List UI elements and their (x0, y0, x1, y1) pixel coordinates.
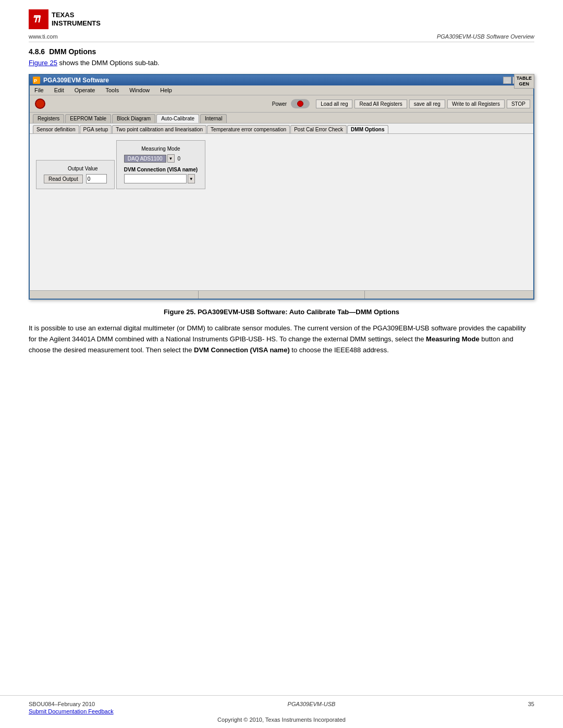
measuring-mode-dropdown[interactable]: DAQ ADS1100 ▼ (124, 154, 175, 163)
svg-text:₸I: ₸I (32, 14, 41, 24)
menubar: File Edit Operate Tools Window Help (30, 85, 533, 95)
section-title: DMM Options (49, 47, 96, 56)
measuring-mode-arrow[interactable]: ▼ (167, 154, 175, 163)
section-intro: Figure 25 shows the DMM Options sub-tab. (0, 59, 563, 67)
sw-content-area: Output Value Read Output Measuring Mode … (30, 134, 533, 290)
tab-two-point-calibration[interactable]: Two point calibration and linearisation (112, 125, 206, 133)
window-title: PGA309EVM Software (43, 77, 109, 84)
tab-eeprom-table[interactable]: EEPROM Table (65, 114, 111, 123)
save-all-reg-button[interactable]: save all reg (409, 100, 445, 108)
write-to-all-registers-button[interactable]: Write to all Registers (447, 100, 505, 108)
header-rule-area: www.ti.com PGA309EVM-USB Software Overvi… (0, 33, 563, 40)
bold-measuring-mode: Measuring Mode (426, 335, 480, 343)
header-divider (29, 42, 534, 42)
svg-text:P: P (34, 78, 37, 83)
toolbar: Power Load all reg Read All Registers sa… (30, 95, 533, 113)
measuring-mode-label: Measuring Mode (124, 146, 198, 152)
load-all-reg-button[interactable]: Load all reg (316, 100, 352, 108)
measuring-mode-extra: 0 (178, 156, 181, 162)
statusbar-section-3 (365, 291, 531, 299)
body-text: It is possible to use an external digita… (0, 323, 563, 355)
read-all-registers-button[interactable]: Read All Registers (354, 100, 407, 108)
menu-help[interactable]: Help (158, 87, 174, 94)
sub-tabbar: Sensor definition PGA setup Two point ca… (30, 124, 533, 134)
figure-25-link[interactable]: Figure 25 (29, 59, 57, 67)
statusbar (30, 290, 533, 299)
red-indicator (35, 98, 45, 109)
software-window-wrapper: P PGA309EVM Software _ □ ✕ File Edit Ope… (0, 74, 563, 300)
dvm-connection-row: ▼ (124, 174, 198, 183)
main-tabbar: Registers EEPROM Table Block Diagram Aut… (30, 113, 533, 124)
figure-caption: Figure 25. PGA309EVM-USB Software: Auto … (29, 308, 534, 316)
output-value-input[interactable] (86, 174, 107, 183)
menu-window[interactable]: Window (128, 87, 151, 94)
tab-pga-setup[interactable]: PGA setup (80, 125, 112, 133)
output-value-label: Output Value (44, 166, 107, 171)
page-header: ₸I Texas Instruments (0, 0, 563, 33)
menu-operate[interactable]: Operate (73, 87, 97, 94)
tab-sensor-definition[interactable]: Sensor definition (33, 125, 79, 133)
minimize-button[interactable]: _ (503, 77, 511, 84)
tab-auto-calibrate[interactable]: Auto-Calibrate (156, 114, 199, 123)
ti-logo-text: Texas Instruments (52, 11, 101, 27)
ti-logo: ₸I Texas Instruments (29, 9, 101, 29)
menu-tools[interactable]: Tools (104, 87, 120, 94)
bold-dvm-connection: DVM Connection (VISA name) (194, 346, 290, 354)
statusbar-section-2 (199, 291, 365, 299)
tab-block-diagram[interactable]: Block Diagram (112, 114, 155, 123)
titlebar-left: P PGA309EVM Software (33, 77, 109, 84)
statusbar-section-1 (32, 291, 199, 299)
table-gen-badge: TABLEGEN (514, 74, 534, 89)
app-icon: P (33, 77, 40, 84)
power-indicator (291, 99, 310, 108)
read-output-button[interactable]: Read Output (44, 175, 83, 183)
titlebar: P PGA309EVM Software _ □ ✕ (30, 75, 533, 85)
tab-temp-error-compensation[interactable]: Temperature error compensation (207, 125, 290, 133)
stop-button[interactable]: STOP (507, 100, 530, 108)
measuring-mode-box: Measuring Mode DAQ ADS1100 ▼ 0 DVM Conne… (116, 140, 205, 189)
measuring-mode-value[interactable]: DAQ ADS1100 (124, 155, 166, 163)
footer-doc-id: SBOU084–February 2010 (29, 701, 95, 707)
power-dot (297, 101, 303, 107)
menu-edit[interactable]: Edit (53, 87, 66, 94)
power-label: Power (272, 101, 287, 107)
section-heading: 4.8.6 DMM Options (0, 47, 563, 56)
dvm-connection-label: DVM Connection (VISA name) (124, 167, 198, 172)
website-url: www.ti.com (29, 33, 58, 40)
footer-page-number: 35 (528, 701, 534, 707)
tab-registers[interactable]: Registers (33, 114, 64, 123)
menu-file[interactable]: File (33, 87, 45, 94)
doc-title-header: PGA309EVM-USB Software Overview (437, 33, 534, 40)
software-window: P PGA309EVM Software _ □ ✕ File Edit Ope… (29, 74, 534, 300)
feedback-link[interactable]: Submit Documentation Feedback (29, 708, 114, 714)
tab-dmm-options[interactable]: DMM Options (347, 125, 388, 133)
dvm-connection-input[interactable] (124, 174, 187, 183)
ti-logo-icon: ₸I (29, 9, 48, 29)
section-number: 4.8.6 (29, 47, 45, 56)
footer-copyright: Copyright © 2010, Texas Instruments Inco… (29, 717, 534, 723)
tab-post-cal-error-check[interactable]: Post Cal Error Check (290, 125, 347, 133)
footer-row1: SBOU084–February 2010 PGA309EVM-USB 35 (29, 701, 534, 707)
page-footer: SBOU084–February 2010 PGA309EVM-USB 35 S… (0, 695, 563, 728)
dvm-connection-dropdown-arrow[interactable]: ▼ (188, 174, 195, 183)
output-value-box: Output Value Read Output (36, 160, 115, 189)
footer-row2: Submit Documentation Feedback (29, 708, 534, 714)
footer-product: PGA309EVM-USB (288, 701, 336, 707)
tab-internal[interactable]: Internal (200, 114, 227, 123)
